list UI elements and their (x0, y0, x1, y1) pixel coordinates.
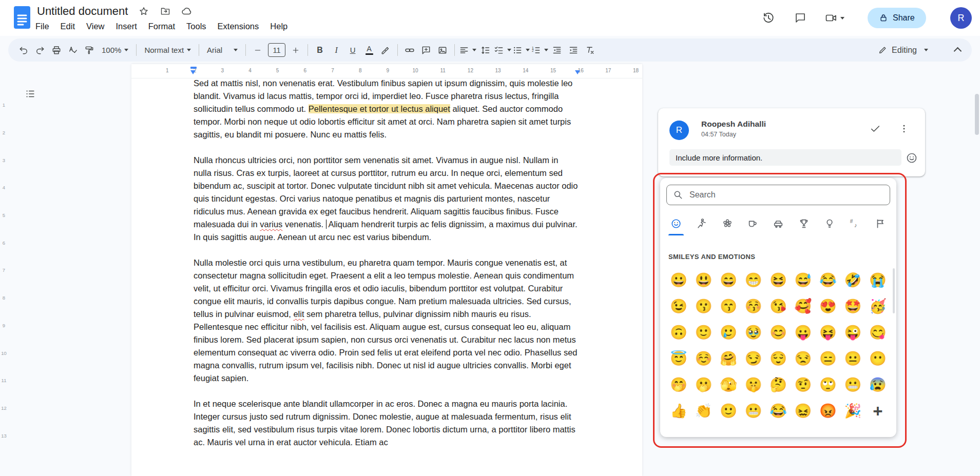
emoji-item[interactable]: 😂 (766, 398, 791, 424)
emoji-panel-scrollbar[interactable] (893, 268, 895, 313)
emoji-item[interactable]: 😗 (691, 293, 716, 320)
font-size-field[interactable]: 11 (268, 43, 285, 57)
share-button[interactable]: Share (868, 8, 926, 28)
italic-button[interactable]: I (329, 43, 344, 58)
emoji-item[interactable]: 😬 (840, 372, 865, 398)
print-button[interactable] (49, 43, 64, 58)
emoji-item[interactable]: 🫣 (716, 372, 741, 398)
emoji-category-travel-icon[interactable] (770, 212, 787, 235)
document-title[interactable]: Untitled document (37, 5, 128, 18)
font-select[interactable]: Arial (203, 43, 241, 58)
increase-indent-button[interactable] (566, 43, 581, 58)
undo-button[interactable] (16, 43, 31, 58)
emoji-item[interactable]: 😂 (816, 267, 840, 293)
emoji-item[interactable]: 😒 (791, 346, 815, 372)
menu-item[interactable]: Help (264, 19, 293, 33)
version-history-icon[interactable] (761, 11, 776, 25)
document-page[interactable]: Sed at mattis nisl, non venenatis erat. … (131, 64, 642, 476)
paragraph-style-select[interactable]: Normal text (141, 43, 195, 58)
emoji-item[interactable]: 😙 (716, 293, 741, 320)
emoji-item[interactable]: 😶 (866, 346, 890, 372)
emoji-item[interactable]: 🥹 (741, 320, 765, 346)
emoji-item[interactable]: 😐 (840, 346, 865, 372)
numbered-list-button[interactable]: 12 (531, 43, 548, 58)
paint-format-button[interactable] (82, 43, 97, 58)
add-comment-button[interactable] (418, 43, 434, 58)
emoji-item[interactable]: 😏 (741, 346, 765, 372)
zoom-select[interactable]: 100% (98, 43, 132, 58)
emoji-item[interactable]: 🤭 (666, 372, 691, 398)
add-emoji-button[interactable]: + (866, 398, 890, 424)
menu-item[interactable]: View (81, 19, 110, 33)
emoji-item[interactable]: 😊 (766, 320, 791, 346)
editing-mode-select[interactable]: Editing (873, 45, 933, 55)
redo-button[interactable] (32, 43, 48, 58)
emoji-item[interactable]: 🥲 (716, 320, 741, 346)
emoji-category-food-icon[interactable] (744, 212, 761, 235)
document-text[interactable]: Sed at mattis nisl, non venenatis erat. … (194, 77, 578, 462)
emoji-item[interactable]: 😚 (741, 293, 765, 320)
emoji-item[interactable]: 😄 (716, 267, 741, 293)
emoji-item[interactable]: 😅 (791, 267, 815, 293)
bold-button[interactable]: B (312, 43, 328, 58)
document-outline-icon[interactable] (22, 85, 39, 103)
highlight-color-button[interactable] (378, 43, 393, 58)
insert-link-button[interactable] (402, 43, 417, 58)
resolve-comment-icon[interactable] (868, 121, 883, 136)
emoji-item[interactable]: 🥳 (866, 293, 890, 320)
emoji-item[interactable]: 🫢 (691, 372, 716, 398)
emoji-item[interactable]: 😑 (816, 346, 840, 372)
emoji-item[interactable]: 😡 (816, 398, 840, 424)
emoji-item[interactable]: 👍 (666, 398, 691, 424)
google-docs-logo[interactable] (13, 6, 31, 31)
video-call-caret-icon[interactable] (840, 17, 844, 19)
emoji-item[interactable]: 🤣 (840, 267, 865, 293)
checklist-button[interactable] (494, 43, 511, 58)
bulleted-list-button[interactable] (512, 43, 530, 58)
menu-item[interactable]: Tools (181, 19, 212, 33)
menu-item[interactable]: Extensions (212, 19, 265, 33)
emoji-item[interactable]: 🥰 (791, 293, 815, 320)
emoji-item[interactable]: 😌 (766, 346, 791, 372)
star-icon[interactable] (138, 6, 149, 17)
emoji-item[interactable]: 🙂 (716, 398, 741, 424)
hide-menus-icon[interactable] (954, 47, 962, 55)
emoji-item[interactable]: 👏 (691, 398, 716, 424)
account-avatar[interactable]: R (950, 7, 972, 29)
emoji-item[interactable]: 😰 (866, 372, 890, 398)
emoji-item[interactable]: 🙃 (666, 320, 691, 346)
emoji-item[interactable]: 😆 (766, 267, 791, 293)
move-folder-icon[interactable] (160, 6, 171, 17)
video-call-icon[interactable] (823, 11, 847, 25)
emoji-item[interactable]: 😉 (666, 293, 691, 320)
emoji-item[interactable]: 🤩 (840, 293, 865, 320)
line-spacing-button[interactable] (477, 43, 493, 58)
comment-text-field[interactable]: Include more information. (669, 149, 901, 166)
menu-item[interactable]: Insert (110, 19, 143, 33)
menu-item[interactable]: Edit (55, 19, 81, 33)
spellcheck-button[interactable] (65, 43, 81, 58)
comment-history-icon[interactable] (793, 11, 808, 25)
emoji-item[interactable]: 🤫 (741, 372, 765, 398)
emoji-category-nature-icon[interactable] (719, 212, 736, 235)
emoji-item[interactable]: 😁 (741, 267, 765, 293)
emoji-item[interactable]: 😍 (816, 293, 840, 320)
menu-item[interactable]: File (30, 19, 55, 33)
window-scrollbar[interactable] (975, 94, 979, 135)
emoji-category-smileys-icon[interactable] (667, 212, 685, 235)
emoji-item[interactable]: 🙂 (691, 320, 716, 346)
emoji-item[interactable]: 😀 (666, 267, 691, 293)
emoji-search-input[interactable] (688, 190, 883, 200)
text-color-button[interactable]: A (361, 43, 377, 58)
insert-image-button[interactable] (435, 43, 450, 58)
emoji-item[interactable]: 😖 (791, 398, 815, 424)
emoji-item[interactable]: 😋 (866, 320, 890, 346)
right-indent-marker[interactable] (575, 70, 580, 74)
emoji-item[interactable]: 😛 (791, 320, 815, 346)
emoji-item[interactable]: 😃 (691, 267, 716, 293)
increase-font-size-button[interactable] (288, 43, 303, 58)
emoji-item[interactable]: 🙄 (816, 372, 840, 398)
emoji-item[interactable]: 🤔 (766, 372, 791, 398)
emoji-item[interactable]: 🤗 (716, 346, 741, 372)
emoji-item[interactable]: 🎉 (840, 398, 865, 424)
